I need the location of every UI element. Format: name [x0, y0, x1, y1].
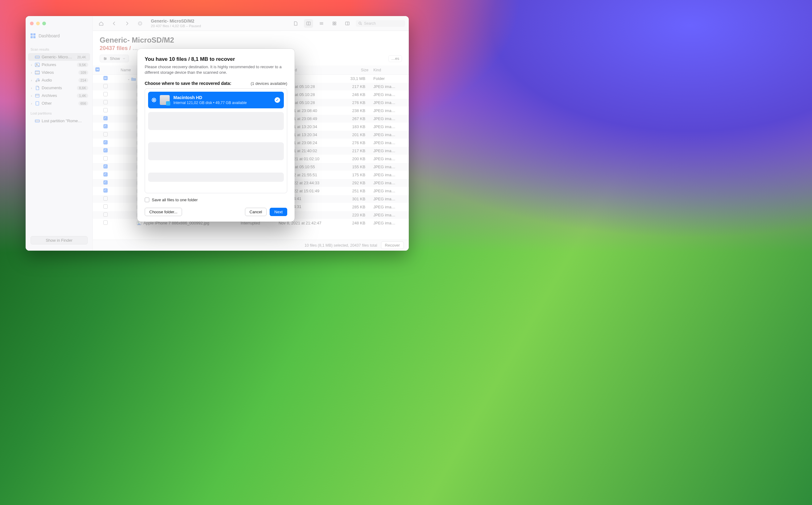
chevron-down-icon[interactable]: ⌄ — [127, 77, 130, 80]
close-window-button[interactable] — [30, 22, 34, 25]
cell-kind: JPEG ima… — [371, 123, 409, 131]
new-doc-button[interactable] — [291, 19, 300, 28]
view-grid-button[interactable] — [330, 19, 339, 28]
cell-size: 276 KB — [339, 139, 371, 147]
toolbar: Generic- MicroSD/M2 20 437 files / 4,02 … — [93, 16, 409, 31]
row-checkbox[interactable] — [103, 220, 108, 225]
cell-size: 33,1 MB — [339, 75, 371, 83]
cell-kind: JPEG ima… — [371, 203, 409, 211]
cell-kind: JPEG ima… — [371, 187, 409, 195]
row-checkbox[interactable] — [103, 92, 108, 96]
sidebar-item-documents[interactable]: › Documents 8,6K — [28, 84, 90, 92]
home-button[interactable] — [96, 19, 106, 28]
forward-button[interactable] — [122, 19, 132, 28]
next-button[interactable]: Next — [270, 208, 287, 216]
cancel-button[interactable]: Cancel — [245, 208, 267, 216]
row-checkbox[interactable] — [103, 180, 108, 185]
dialog-devices-available: (1 devices available) — [251, 81, 287, 86]
row-checkbox[interactable] — [103, 188, 108, 193]
other-icon — [35, 101, 40, 106]
toolbar-title-block: Generic- MicroSD/M2 20 437 files / 4,02 … — [151, 18, 201, 28]
cell-kind: JPEG ima… — [371, 131, 409, 139]
back-button[interactable] — [109, 19, 119, 28]
sidebar-item-other[interactable]: › Other 656 — [28, 100, 90, 107]
sidebar-dashboard[interactable]: Dashboard — [28, 31, 90, 43]
cell-size: 285 KB — [339, 203, 371, 211]
cell-size: 217 KB — [339, 147, 371, 155]
sidebar-item-badge: 1,4K — [77, 94, 88, 98]
col-size[interactable]: Size — [339, 65, 371, 75]
row-checkbox[interactable] — [103, 124, 108, 128]
row-checkbox[interactable] — [103, 204, 108, 209]
sidebar-item-badge: 9,5K — [77, 63, 88, 67]
row-checkbox[interactable] — [103, 84, 108, 88]
cell-size: 248 KB — [339, 219, 371, 227]
save-all-row[interactable]: Save all files to one folder — [145, 197, 287, 202]
destination-item-selected[interactable]: Macintosh HD Internal 121,02 GB disk • 4… — [148, 92, 284, 108]
row-checkbox[interactable] — [103, 100, 108, 104]
scan-status-button[interactable] — [136, 19, 145, 28]
sidebar-item-lost-partition[interactable]: Lost partition "Rome… — [28, 117, 90, 125]
cell-kind: JPEG ima… — [371, 99, 409, 107]
col-kind[interactable]: Kind — [371, 65, 409, 75]
chevron-right-icon: › — [30, 78, 33, 82]
row-checkbox[interactable] — [103, 140, 108, 145]
view-columns-button[interactable] — [304, 19, 313, 28]
cell-size: 220 KB — [339, 211, 371, 219]
recover-button[interactable]: Recover — [381, 241, 404, 249]
row-checkbox[interactable] — [103, 148, 108, 153]
archive-icon — [35, 94, 40, 98]
audio-icon — [35, 78, 40, 82]
sidebar-item-label: Generic- Micro… — [42, 55, 73, 59]
select-all-checkbox[interactable] — [95, 67, 100, 71]
group-checkbox[interactable] — [103, 76, 108, 80]
minimize-window-button[interactable] — [36, 22, 40, 25]
sidebar-item-videos[interactable]: › Videos 109 — [28, 68, 90, 76]
row-checkbox[interactable] — [103, 212, 108, 217]
view-preview-button[interactable] — [343, 19, 352, 28]
cell-kind: JPEG ima… — [371, 115, 409, 123]
sidebar-item-archives[interactable]: › Archives 1,4K — [28, 92, 90, 100]
chevron-right-icon: › — [30, 63, 33, 67]
sidebar-footer: Show in Finder — [28, 234, 90, 247]
row-checkbox[interactable] — [103, 156, 108, 161]
destination-name: Macintosh HD — [174, 95, 271, 100]
row-checkbox[interactable] — [103, 164, 108, 169]
destination-placeholder — [148, 142, 284, 160]
sidebar-item-generic-microsd[interactable]: Generic- Micro… 20,4K — [28, 53, 90, 61]
cell-size: 200 KB — [339, 155, 371, 163]
toolbar-subtitle: 20 437 files / 4,02 GB – Paused — [151, 24, 201, 28]
show-filter-button[interactable]: Show — [100, 55, 129, 62]
row-checkbox[interactable] — [103, 116, 108, 120]
video-icon — [35, 70, 40, 75]
cell-kind: JPEG ima… — [371, 171, 409, 179]
cell-kind: JPEG ima… — [371, 91, 409, 99]
row-checkbox[interactable] — [103, 172, 108, 177]
sidebar-item-pictures[interactable]: › Pictures 9,5K — [28, 61, 90, 68]
sidebar-item-label: Documents — [42, 86, 75, 90]
svg-rect-4 — [35, 71, 39, 74]
cell-kind: JPEG ima… — [371, 163, 409, 171]
row-checkbox[interactable] — [103, 108, 108, 112]
show-in-finder-button[interactable]: Show in Finder — [31, 236, 88, 244]
chevron-right-icon: › — [30, 86, 33, 90]
destination-list: Macintosh HD Internal 121,02 GB disk • 4… — [145, 88, 287, 193]
search-field[interactable]: Search — [356, 20, 405, 27]
sidebar-item-label: Audio — [42, 78, 76, 82]
cell-kind: JPEG ima… — [371, 195, 409, 203]
row-checkbox[interactable] — [103, 132, 108, 136]
svg-rect-9 — [35, 94, 39, 97]
dialog-button-row: Choose folder... Cancel Next — [145, 208, 287, 216]
sidebar-item-audio[interactable]: › Audio 214 — [28, 76, 90, 84]
recovery-destination-dialog: You have 10 files / 8,1 MB to recover Pl… — [137, 49, 295, 222]
page-title: Generic- MicroSD/M2 — [100, 36, 402, 44]
cell-kind: Folder — [371, 75, 409, 83]
zoom-window-button[interactable] — [42, 22, 46, 25]
save-all-checkbox[interactable] — [145, 197, 149, 202]
filter-chip[interactable]: …es — [388, 55, 402, 62]
choose-folder-button[interactable]: Choose folder... — [145, 208, 182, 216]
row-checkbox[interactable] — [103, 196, 108, 201]
svg-rect-15 — [140, 22, 140, 24]
view-list-button[interactable] — [317, 19, 326, 28]
cell-size: 201 KB — [339, 131, 371, 139]
